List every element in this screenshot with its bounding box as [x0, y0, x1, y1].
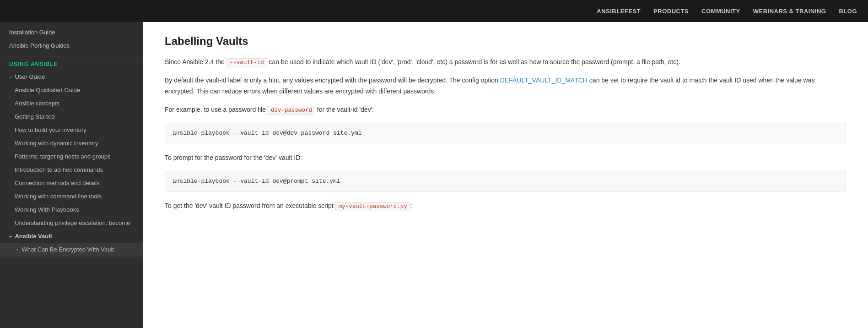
sidebar-item-porting[interactable]: Ansible Porting Guides	[0, 39, 143, 52]
code-block-2: ansible-playbook --vault-id dev@prompt s…	[165, 171, 846, 191]
nav-community[interactable]: COMMUNITY	[701, 8, 740, 15]
prompt-text: To prompt for the password for the 'dev'…	[165, 154, 302, 161]
sidebar-item-adhoc[interactable]: Introduction to ad-hoc commands	[0, 163, 143, 176]
user-guide-label: User Guide	[15, 73, 45, 80]
sidebar-item-connection[interactable]: Connection methods and details	[0, 176, 143, 190]
default-vault-id-match-link[interactable]: DEFAULT_VAULT_ID_MATCH	[500, 77, 588, 84]
nav-products[interactable]: PRODUCTS	[653, 8, 689, 15]
user-guide-toggle[interactable]: − User Guide	[0, 70, 143, 83]
content-script-paragraph: To get the 'dev' vault ID password from …	[165, 201, 846, 212]
sidebar-item-cmdline[interactable]: Working with command line tools	[0, 190, 143, 203]
nav-webinars[interactable]: WEBINARS & TRAINING	[753, 8, 826, 15]
content-paragraph-3: For example, to use a password file dev-…	[165, 104, 846, 115]
p1-before: Since Ansible 2.4 the	[165, 58, 226, 66]
sidebar-item-installation[interactable]: Installation Guide	[0, 26, 143, 39]
main-content: Labelling Vaults Since Ansible 2.4 the -…	[143, 22, 868, 328]
content-paragraph-2: By default the vault-id label is only a …	[165, 75, 846, 97]
code-block-1-text: ansible-playbook --vault-id dev@dev-pass…	[173, 130, 361, 137]
sidebar-item-quickstart[interactable]: Ansible Quickstart Guide	[0, 83, 143, 97]
vault-toggle-icon: −	[9, 234, 12, 239]
p3-middle: for the vault-id 'dev':	[315, 106, 374, 113]
sidebar-item-dynamic-inventory[interactable]: Working with dynamic inventory	[0, 137, 143, 150]
vault-section-toggle[interactable]: − Ansible Vault	[0, 230, 143, 243]
vault-label: Ansible Vault	[15, 233, 52, 240]
vault-item-label: What Can Be Encrypted With Vault	[22, 246, 114, 254]
sidebar-item-getting-started[interactable]: Getting Started	[0, 110, 143, 123]
p3-code1: dev-password	[268, 106, 315, 115]
top-navigation: ANSIBLEFEST PRODUCTS COMMUNITY WEBINARS …	[0, 0, 868, 22]
vault-bullet-icon: ▪	[16, 246, 18, 253]
main-layout: Installation Guide Ansible Porting Guide…	[0, 22, 868, 328]
sidebar: Installation Guide Ansible Porting Guide…	[0, 22, 143, 328]
script-after: :	[410, 202, 412, 209]
sidebar-item-patterns[interactable]: Patterns: targeting hosts and groups	[0, 150, 143, 163]
sidebar-item-vault-encrypted[interactable]: ▪ What Can Be Encrypted With Vault	[0, 243, 143, 257]
sidebar-top-links: Installation Guide Ansible Porting Guide…	[0, 22, 143, 56]
content-paragraph-1: Since Ansible 2.4 the --vault-id can be …	[165, 57, 846, 68]
code-block-1: ansible-playbook --vault-id dev@dev-pass…	[165, 123, 846, 143]
sidebar-item-playbooks[interactable]: Working With Playbooks	[0, 203, 143, 216]
sidebar-item-inventory[interactable]: How to build your inventory	[0, 123, 143, 137]
p2-before: By default the vault-id label is only a …	[165, 77, 500, 84]
user-guide-toggle-icon: −	[9, 74, 12, 80]
sidebar-item-become[interactable]: Understanding privilege escalation: beco…	[0, 216, 143, 230]
script-code: my-vault-password.py	[335, 202, 410, 211]
p1-middle: can be used to indicate which vault ID (…	[267, 58, 680, 66]
nav-blog[interactable]: BLOG	[839, 8, 857, 15]
sidebar-section-label: USING ANSIBLE	[0, 56, 143, 70]
p3-before: For example, to use a password file	[165, 106, 268, 113]
content-prompt-paragraph: To prompt for the password for the 'dev'…	[165, 153, 846, 164]
sidebar-item-concepts[interactable]: Ansible concepts	[0, 97, 143, 110]
nav-ansiblefest[interactable]: ANSIBLEFEST	[597, 8, 641, 15]
script-before: To get the 'dev' vault ID password from …	[165, 202, 335, 209]
page-title: Labelling Vaults	[165, 35, 846, 48]
code-block-2-text: ansible-playbook --vault-id dev@prompt s…	[173, 178, 340, 185]
p1-code1: --vault-id	[226, 58, 267, 67]
